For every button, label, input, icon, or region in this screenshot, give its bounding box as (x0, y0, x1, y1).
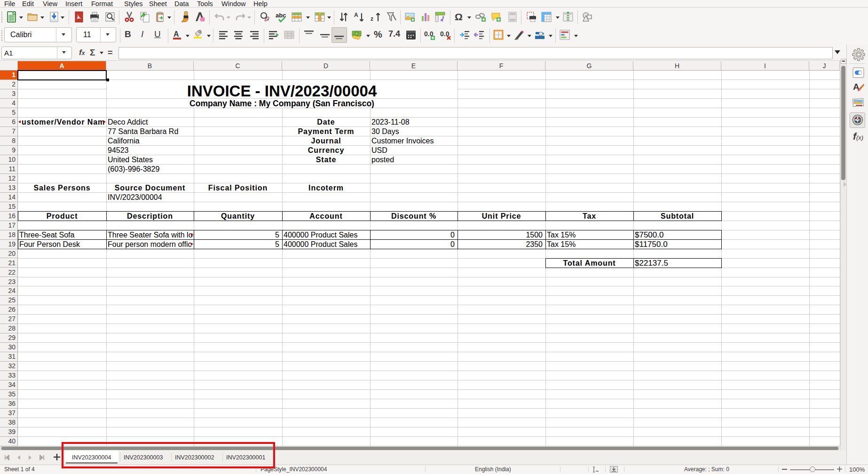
svg-text:z: z (371, 16, 373, 22)
svg-text:A: A (174, 30, 179, 38)
svg-text:Ω: Ω (455, 11, 463, 22)
svg-text:A: A (354, 12, 358, 18)
